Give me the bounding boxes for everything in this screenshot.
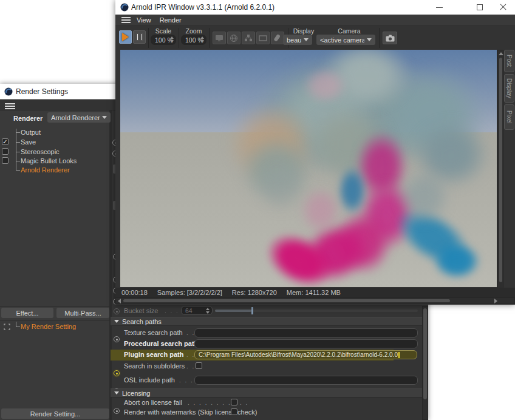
renderer-dropdown-value: Arnold Renderer — [51, 114, 100, 121]
text-caret — [398, 352, 400, 358]
ipr-statusbar: 00:00:18 Samples: [3/2/2/2/2/2] Res: 128… — [115, 288, 515, 297]
minimize-button[interactable] — [429, 0, 449, 15]
viewport-vscrollbar-thumb[interactable] — [499, 58, 502, 282]
abort-license-checkbox[interactable] — [231, 399, 237, 405]
display-dropdown[interactable]: beauty — [283, 35, 312, 45]
monitor-icon — [215, 35, 223, 42]
licensing-header-label: Licensing — [122, 390, 150, 397]
multipass-button[interactable]: Multi-Pass... — [56, 308, 109, 318]
tree-line — [16, 152, 20, 152]
scroll-right-icon[interactable] — [494, 299, 497, 303]
tab-pixel[interactable]: Pixel — [504, 104, 514, 130]
scroll-up-icon[interactable] — [499, 52, 503, 55]
zoom-label: Zoom — [181, 27, 206, 35]
zoom-field[interactable]: 100 % — [181, 35, 206, 45]
tree-item-magic-bullet-looks[interactable]: Magic Bullet Looks — [21, 157, 77, 164]
attributes-scrollbar[interactable] — [422, 306, 428, 420]
texture-path-radio[interactable] — [114, 336, 120, 342]
toolbar-separator — [148, 28, 149, 48]
divider — [0, 306, 109, 307]
render-viewport[interactable] — [120, 50, 497, 287]
menu-view[interactable]: View — [137, 16, 151, 24]
ipr-titlebar[interactable]: Arnold IPR Window v3.3.1.1 (Arnold 6.2.0… — [115, 0, 515, 15]
menu-hamburger-icon[interactable] — [121, 16, 131, 24]
camera-icon — [386, 35, 395, 42]
tree-item-output[interactable]: Output — [21, 129, 41, 136]
bucket-size-slider-handle[interactable] — [251, 307, 253, 314]
bucket-size-field[interactable]: 64 — [181, 306, 213, 315]
pause-button[interactable] — [133, 30, 146, 44]
display-mode-button[interactable] — [213, 32, 226, 44]
spinner-arrows-icon[interactable] — [170, 36, 174, 42]
viewport-hscrollbar-thumb[interactable] — [123, 299, 450, 302]
snapshot-button[interactable] — [383, 32, 397, 44]
status-memory: Mem: 1411.32 MB — [287, 289, 341, 296]
camera-label: Camera — [322, 27, 377, 35]
eraser-icon — [273, 34, 282, 42]
licensing-header[interactable]: Licensing — [111, 388, 423, 398]
tree-line — [16, 327, 20, 327]
tree-item-save[interactable]: Save — [21, 138, 36, 146]
search-paths-header[interactable]: Search paths — [111, 317, 423, 326]
smoke-wisp — [299, 186, 342, 235]
osl-path-radio[interactable] — [114, 408, 120, 414]
osl-path-input[interactable] — [194, 376, 418, 385]
section-collapse-icon — [114, 391, 119, 395]
plugin-path-input[interactable]: C:\Program Files\Autodesk\Bifrost\Maya20… — [194, 350, 417, 359]
render-setting-button[interactable]: Render Setting... — [1, 408, 109, 419]
plugin-path-value: C:\Program Files\Autodesk\Bifrost\Maya20… — [199, 351, 398, 358]
subfolders-dots: . . — [186, 363, 195, 370]
tree-item-arnold-renderer[interactable]: Arnold Renderer — [21, 166, 70, 174]
bucket-size-label: Bucket size — [124, 307, 158, 314]
toolbar-separator — [209, 28, 210, 48]
ipr-window-title: Arnold IPR Window v3.3.1.1 (Arnold 6.2.0… — [131, 3, 275, 12]
effect-button[interactable]: Effect... — [1, 308, 53, 318]
hierarchy-button[interactable] — [242, 32, 255, 44]
arnold-ipr-window: Arnold IPR Window v3.3.1.1 (Arnold 6.2.0… — [115, 0, 515, 305]
subfolders-checkbox[interactable] — [196, 362, 202, 369]
my-render-setting-item[interactable]: My Render Setting — [21, 323, 76, 330]
bucket-size-radio[interactable] — [114, 308, 120, 314]
magic-bullet-checkbox[interactable] — [2, 157, 9, 164]
spinner-arrows-icon[interactable] — [206, 308, 210, 314]
maximize-button[interactable] — [469, 0, 490, 15]
menu-hamburger-icon[interactable] — [5, 102, 15, 110]
renderer-dropdown[interactable]: Arnold Renderer — [47, 112, 111, 123]
selection-frame-icon — [4, 323, 10, 330]
menu-render[interactable]: Render — [160, 16, 182, 24]
watermark-checkbox[interactable] — [231, 408, 237, 415]
tree-line — [16, 142, 20, 143]
wireframe-sphere-button[interactable] — [227, 32, 240, 44]
stereoscopic-checkbox[interactable] — [2, 148, 9, 155]
viewport-vscrollbar[interactable] — [497, 50, 503, 297]
plugin-path-radio[interactable] — [114, 370, 120, 376]
viewport-hscrollbar[interactable] — [115, 297, 515, 304]
osl-path-label: OSL include path — [124, 376, 175, 384]
section-collapse-icon — [114, 320, 119, 323]
attributes-scrollbar-thumb[interactable] — [423, 308, 427, 399]
procedural-path-input[interactable] — [194, 339, 418, 348]
play-button[interactable] — [119, 30, 132, 44]
region-button[interactable] — [256, 32, 270, 44]
close-button[interactable] — [493, 0, 513, 15]
display-dropdown-value: beauty — [287, 36, 301, 44]
save-checkbox[interactable]: ✓ — [2, 138, 9, 145]
scale-field[interactable]: 100 % — [151, 35, 176, 45]
tree-line — [16, 129, 16, 170]
tab-post[interactable]: Post — [504, 50, 514, 72]
status-resolution: Res: 1280x720 — [232, 289, 277, 296]
region-rect-icon — [259, 35, 267, 41]
tree-item-stereoscopic[interactable]: Stereoscopic — [21, 148, 60, 155]
camera-dropdown[interactable]: <active camera> — [316, 35, 375, 45]
scale-label: Scale — [151, 27, 176, 35]
tab-display[interactable]: Display — [504, 74, 514, 103]
tree-line — [16, 161, 20, 161]
cinema4d-logo-icon — [4, 87, 13, 96]
status-time: 00:00:18 — [121, 289, 148, 296]
spinner-arrows-icon[interactable] — [200, 36, 204, 42]
scroll-left-icon[interactable] — [118, 299, 121, 303]
bucket-size-slider-fill — [215, 310, 251, 312]
texture-path-input[interactable] — [194, 328, 418, 337]
procedural-path-label: Procedural search path — [124, 340, 198, 347]
smoke-wisp — [257, 162, 305, 214]
